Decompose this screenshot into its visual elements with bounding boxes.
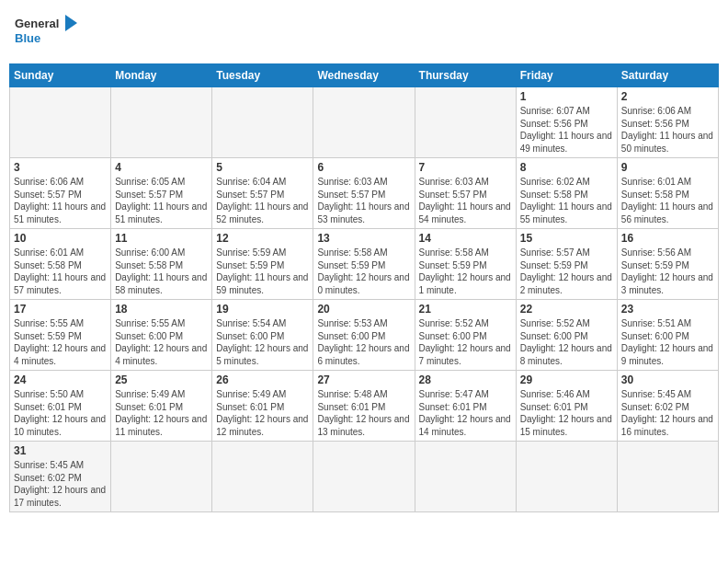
svg-text:Blue: Blue — [15, 31, 40, 45]
header: General Blue — [9, 9, 719, 58]
day-number: 20 — [317, 303, 410, 316]
calendar-week-row: 3Sunrise: 6:06 AM Sunset: 5:57 PM Daylig… — [10, 158, 719, 229]
day-info: Sunrise: 6:01 AM Sunset: 5:58 PM Dayligh… — [621, 176, 714, 225]
day-info: Sunrise: 5:52 AM Sunset: 6:00 PM Dayligh… — [419, 317, 512, 367]
calendar-cell — [516, 442, 617, 512]
day-info: Sunrise: 5:55 AM Sunset: 5:59 PM Dayligh… — [14, 317, 107, 367]
calendar-cell: 31Sunrise: 5:45 AM Sunset: 6:02 PM Dayli… — [10, 442, 111, 512]
calendar-cell — [415, 442, 516, 512]
day-number: 25 — [115, 373, 208, 386]
day-info: Sunrise: 5:45 AM Sunset: 6:02 PM Dayligh… — [621, 388, 714, 438]
day-info: Sunrise: 5:57 AM Sunset: 5:59 PM Dayligh… — [520, 247, 613, 296]
day-number: 22 — [520, 303, 613, 316]
day-info: Sunrise: 5:58 AM Sunset: 5:59 PM Dayligh… — [317, 247, 410, 296]
calendar-cell: 7Sunrise: 6:03 AM Sunset: 5:57 PM Daylig… — [415, 158, 516, 229]
calendar-cell: 2Sunrise: 6:06 AM Sunset: 5:56 PM Daylig… — [617, 87, 718, 158]
calendar-cell: 30Sunrise: 5:45 AM Sunset: 6:02 PM Dayli… — [617, 371, 718, 442]
calendar-cell: 26Sunrise: 5:49 AM Sunset: 6:01 PM Dayli… — [212, 371, 313, 442]
calendar-cell: 27Sunrise: 5:48 AM Sunset: 6:01 PM Dayli… — [313, 371, 415, 442]
calendar-cell: 9Sunrise: 6:01 AM Sunset: 5:58 PM Daylig… — [617, 158, 718, 229]
day-info: Sunrise: 5:59 AM Sunset: 5:59 PM Dayligh… — [216, 247, 309, 296]
calendar-cell — [10, 87, 111, 158]
day-info: Sunrise: 5:58 AM Sunset: 5:59 PM Dayligh… — [419, 247, 512, 296]
day-info: Sunrise: 6:00 AM Sunset: 5:58 PM Dayligh… — [115, 247, 208, 296]
day-number: 4 — [115, 161, 208, 174]
column-header-thursday: Thursday — [415, 64, 516, 87]
day-info: Sunrise: 6:06 AM Sunset: 5:57 PM Dayligh… — [14, 176, 107, 225]
day-info: Sunrise: 5:46 AM Sunset: 6:01 PM Dayligh… — [520, 388, 613, 438]
calendar-cell: 5Sunrise: 6:04 AM Sunset: 5:57 PM Daylig… — [212, 158, 313, 229]
column-header-sunday: Sunday — [10, 64, 111, 87]
day-info: Sunrise: 5:48 AM Sunset: 6:01 PM Dayligh… — [317, 388, 410, 438]
calendar-cell: 18Sunrise: 5:55 AM Sunset: 6:00 PM Dayli… — [111, 300, 212, 371]
day-number: 1 — [520, 90, 613, 103]
calendar-week-row: 31Sunrise: 5:45 AM Sunset: 6:02 PM Dayli… — [10, 442, 719, 512]
day-info: Sunrise: 6:07 AM Sunset: 5:56 PM Dayligh… — [520, 105, 613, 155]
calendar-header-row: SundayMondayTuesdayWednesdayThursdayFrid… — [10, 64, 719, 87]
day-number: 17 — [14, 303, 107, 316]
day-number: 12 — [216, 232, 309, 245]
calendar-cell: 24Sunrise: 5:50 AM Sunset: 6:01 PM Dayli… — [10, 371, 111, 442]
day-info: Sunrise: 5:54 AM Sunset: 6:00 PM Dayligh… — [216, 317, 309, 367]
day-number: 26 — [216, 373, 309, 386]
day-number: 19 — [216, 303, 309, 316]
calendar-week-row: 10Sunrise: 6:01 AM Sunset: 5:58 PM Dayli… — [10, 229, 719, 300]
calendar-cell: 16Sunrise: 5:56 AM Sunset: 5:59 PM Dayli… — [617, 229, 718, 300]
calendar-cell: 13Sunrise: 5:58 AM Sunset: 5:59 PM Dayli… — [313, 229, 415, 300]
calendar-cell: 21Sunrise: 5:52 AM Sunset: 6:00 PM Dayli… — [415, 300, 516, 371]
calendar-cell — [617, 442, 718, 512]
calendar-cell — [111, 442, 212, 512]
day-number: 8 — [520, 161, 613, 174]
column-header-friday: Friday — [516, 64, 617, 87]
day-info: Sunrise: 6:06 AM Sunset: 5:56 PM Dayligh… — [621, 105, 714, 155]
day-info: Sunrise: 6:05 AM Sunset: 5:57 PM Dayligh… — [115, 176, 208, 225]
day-info: Sunrise: 5:49 AM Sunset: 6:01 PM Dayligh… — [115, 388, 208, 438]
day-info: Sunrise: 6:02 AM Sunset: 5:58 PM Dayligh… — [520, 176, 613, 225]
calendar-week-row: 24Sunrise: 5:50 AM Sunset: 6:01 PM Dayli… — [10, 371, 719, 442]
day-info: Sunrise: 5:47 AM Sunset: 6:01 PM Dayligh… — [419, 388, 512, 438]
calendar-cell: 1Sunrise: 6:07 AM Sunset: 5:56 PM Daylig… — [516, 87, 617, 158]
calendar-week-row: 1Sunrise: 6:07 AM Sunset: 5:56 PM Daylig… — [10, 87, 719, 158]
calendar-cell: 11Sunrise: 6:00 AM Sunset: 5:58 PM Dayli… — [111, 229, 212, 300]
calendar-table: SundayMondayTuesdayWednesdayThursdayFrid… — [9, 63, 719, 512]
day-info: Sunrise: 5:49 AM Sunset: 6:01 PM Dayligh… — [216, 388, 309, 438]
calendar-cell: 6Sunrise: 6:03 AM Sunset: 5:57 PM Daylig… — [313, 158, 415, 229]
day-info: Sunrise: 5:53 AM Sunset: 6:00 PM Dayligh… — [317, 317, 410, 367]
svg-text:General: General — [15, 17, 59, 30]
day-info: Sunrise: 6:03 AM Sunset: 5:57 PM Dayligh… — [419, 176, 512, 225]
calendar-cell: 22Sunrise: 5:52 AM Sunset: 6:00 PM Dayli… — [516, 300, 617, 371]
logo-area: General Blue — [15, 13, 88, 54]
calendar-cell: 17Sunrise: 5:55 AM Sunset: 5:59 PM Dayli… — [10, 300, 111, 371]
day-number: 31 — [14, 444, 107, 457]
generalblue-logo-icon: General Blue — [15, 13, 88, 54]
day-number: 16 — [621, 232, 714, 245]
day-info: Sunrise: 5:52 AM Sunset: 6:00 PM Dayligh… — [520, 317, 613, 367]
day-number: 27 — [317, 373, 410, 386]
day-number: 14 — [419, 232, 512, 245]
day-number: 15 — [520, 232, 613, 245]
day-number: 18 — [115, 303, 208, 316]
day-info: Sunrise: 6:04 AM Sunset: 5:57 PM Dayligh… — [216, 176, 309, 225]
calendar-cell — [111, 87, 212, 158]
calendar-cell: 20Sunrise: 5:53 AM Sunset: 6:00 PM Dayli… — [313, 300, 415, 371]
calendar-cell: 4Sunrise: 6:05 AM Sunset: 5:57 PM Daylig… — [111, 158, 212, 229]
column-header-tuesday: Tuesday — [212, 64, 313, 87]
day-number: 23 — [621, 303, 714, 316]
day-info: Sunrise: 5:50 AM Sunset: 6:01 PM Dayligh… — [14, 388, 107, 438]
calendar-cell: 10Sunrise: 6:01 AM Sunset: 5:58 PM Dayli… — [10, 229, 111, 300]
day-number: 6 — [317, 161, 410, 174]
day-number: 30 — [621, 373, 714, 386]
day-number: 28 — [419, 373, 512, 386]
calendar-cell: 25Sunrise: 5:49 AM Sunset: 6:01 PM Dayli… — [111, 371, 212, 442]
day-info: Sunrise: 5:56 AM Sunset: 5:59 PM Dayligh… — [621, 247, 714, 296]
column-header-monday: Monday — [111, 64, 212, 87]
day-number: 3 — [14, 161, 107, 174]
calendar-cell: 15Sunrise: 5:57 AM Sunset: 5:59 PM Dayli… — [516, 229, 617, 300]
column-header-saturday: Saturday — [617, 64, 718, 87]
calendar-cell — [415, 87, 516, 158]
day-number: 29 — [520, 373, 613, 386]
day-number: 24 — [14, 373, 107, 386]
calendar-cell: 8Sunrise: 6:02 AM Sunset: 5:58 PM Daylig… — [516, 158, 617, 229]
calendar-cell — [313, 87, 415, 158]
svg-marker-1 — [65, 15, 77, 31]
